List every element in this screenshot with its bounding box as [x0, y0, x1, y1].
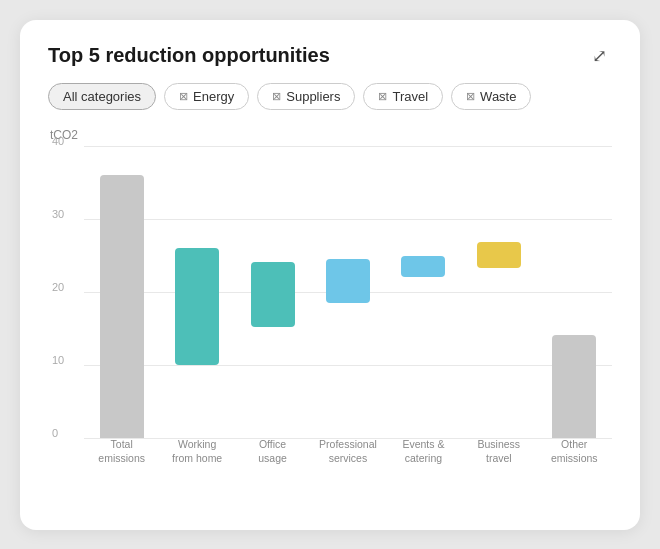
filter-btn-energy[interactable]: ⊠Energy [164, 83, 249, 110]
card-header: Top 5 reduction opportunities ⤢ [48, 44, 612, 67]
x-axis-label: Events & catering [386, 438, 461, 466]
bar-group [537, 146, 612, 438]
filter-btn-all-categories[interactable]: All categories [48, 83, 156, 110]
filters-bar: All categories⊠Energy⊠Suppliers⊠Travel⊠W… [48, 83, 612, 110]
card: Top 5 reduction opportunities ⤢ All cate… [20, 20, 640, 530]
full-bar [552, 335, 596, 437]
chart-area: tCO2 403020100 Total emissionsWorking fr… [48, 128, 612, 466]
bar-group [159, 146, 234, 438]
y-tick-label: 0 [52, 427, 58, 439]
y-axis-label: tCO2 [50, 128, 612, 142]
floating-bar [401, 256, 445, 276]
x-axis-label: Business travel [461, 438, 536, 466]
floating-bar [251, 262, 295, 326]
filter-btn-travel[interactable]: ⊠Travel [363, 83, 443, 110]
floating-bar [175, 248, 219, 365]
filter-remove-icon: ⊠ [272, 90, 281, 103]
bar-group [235, 146, 310, 438]
chart-container: 403020100 Total emissionsWorking from ho… [48, 146, 612, 466]
floating-bar [326, 259, 370, 303]
bar-group [84, 146, 159, 438]
x-axis-label: Other emissions [537, 438, 612, 466]
filter-remove-icon: ⊠ [466, 90, 475, 103]
filter-btn-waste[interactable]: ⊠Waste [451, 83, 531, 110]
bars-area [84, 146, 612, 438]
y-tick-label: 40 [52, 135, 64, 147]
filter-label: Suppliers [286, 89, 340, 104]
bar-group [310, 146, 385, 438]
x-axis-label: Working from home [159, 438, 234, 466]
expand-icon[interactable]: ⤢ [592, 45, 612, 65]
filter-label: Energy [193, 89, 234, 104]
filter-btn-suppliers[interactable]: ⊠Suppliers [257, 83, 355, 110]
x-axis-label: Total emissions [84, 438, 159, 466]
y-tick-label: 20 [52, 281, 64, 293]
filter-label: Waste [480, 89, 516, 104]
card-title: Top 5 reduction opportunities [48, 44, 330, 67]
bar-group [461, 146, 536, 438]
full-bar [100, 175, 144, 438]
filter-remove-icon: ⊠ [378, 90, 387, 103]
x-axis-label: Office usage [235, 438, 310, 466]
floating-bar [477, 242, 521, 268]
bar-group [386, 146, 461, 438]
filter-remove-icon: ⊠ [179, 90, 188, 103]
y-tick-label: 30 [52, 208, 64, 220]
filter-label: All categories [63, 89, 141, 104]
x-labels: Total emissionsWorking from homeOffice u… [84, 438, 612, 466]
filter-label: Travel [392, 89, 428, 104]
x-axis-label: Professional services [310, 438, 385, 466]
y-tick-label: 10 [52, 354, 64, 366]
